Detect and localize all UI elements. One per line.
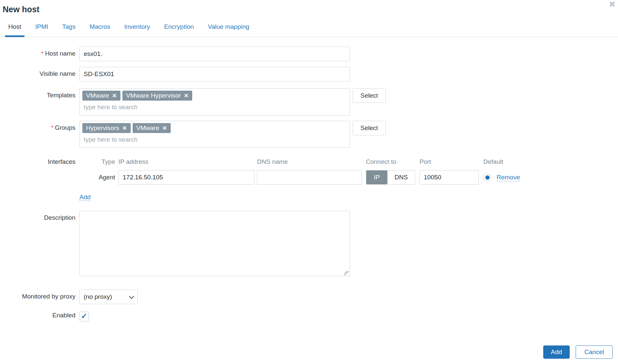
cancel-button[interactable]: Cancel	[576, 345, 613, 359]
host-name-label-text: Host name	[45, 50, 75, 57]
chip-remove-icon[interactable]: ✕	[184, 93, 189, 99]
connect-to-toggle: IP DNS	[366, 170, 415, 185]
default-interface-radio[interactable]	[483, 173, 491, 181]
visible-name-row: Visible name	[0, 67, 618, 81]
templates-select-button[interactable]: Select	[353, 88, 386, 103]
groups-label: *Groups	[0, 121, 75, 131]
interface-type-label: Agent	[79, 174, 118, 181]
chip-remove-icon[interactable]: ✕	[162, 125, 167, 131]
host-name-input[interactable]	[79, 47, 350, 61]
proxy-row: Monitored by proxy (no proxy)	[0, 290, 618, 304]
template-chip: VMware ✕	[82, 91, 120, 101]
groups-search-placeholder[interactable]: type here to search	[82, 133, 347, 145]
required-marker: *	[51, 124, 53, 131]
interface-dns-input[interactable]	[257, 170, 362, 185]
templates-search-placeholder[interactable]: type here to search	[82, 101, 347, 112]
column-header-ip: IP address	[118, 158, 254, 165]
groups-row: *Groups Hypervisors ✕ VMware ✕ type h	[0, 121, 618, 148]
description-row: Description	[0, 211, 618, 278]
group-chip-label: Hypervisors	[86, 124, 119, 132]
column-header-dns: DNS name	[257, 158, 362, 165]
chip-remove-icon[interactable]: ✕	[122, 125, 127, 131]
chip-remove-icon[interactable]: ✕	[112, 93, 117, 99]
templates-label: Templates	[0, 88, 75, 99]
column-header-connect-to: Connect to	[366, 158, 415, 165]
group-chip-label: VMware	[136, 124, 159, 132]
tab-value-mapping[interactable]: Value mapping	[204, 23, 252, 35]
interfaces-section: Interfaces Type IP address DNS name Conn…	[0, 158, 618, 185]
tab-ipmi[interactable]: IPMI	[32, 23, 52, 35]
check-icon: ✓	[81, 312, 87, 320]
interface-remove-link[interactable]: Remove	[497, 174, 520, 181]
chevron-down-icon	[129, 294, 134, 299]
group-chip: Hypervisors ✕	[82, 123, 131, 133]
monitored-by-proxy-select[interactable]: (no proxy)	[79, 290, 138, 304]
description-label: Description	[0, 211, 75, 221]
proxy-label: Monitored by proxy	[0, 290, 75, 300]
tab-inventory[interactable]: Inventory	[121, 23, 153, 35]
interface-row-agent: Agent IP DNS	[79, 170, 520, 185]
tab-tags[interactable]: Tags	[59, 23, 79, 35]
visible-name-input[interactable]	[79, 67, 350, 81]
groups-label-text: Groups	[55, 124, 75, 131]
enabled-checkbox[interactable]: ✓	[79, 312, 89, 321]
host-name-row: *Host name	[0, 47, 618, 61]
column-header-port: Port	[419, 158, 479, 165]
interfaces-label: Interfaces	[0, 158, 75, 165]
connect-to-ip-option[interactable]: IP	[366, 170, 387, 184]
group-chip: VMware ✕	[133, 123, 171, 133]
add-button[interactable]: Add	[543, 345, 570, 359]
tab-bar: Host IPMI Tags Macros Inventory Encrypti…	[0, 23, 618, 37]
tab-host[interactable]: Host	[5, 23, 24, 37]
resize-grip-icon[interactable]	[344, 271, 349, 276]
interfaces-header: Type IP address DNS name Connect to Port…	[79, 158, 520, 165]
tab-encryption[interactable]: Encryption	[161, 23, 197, 35]
templates-multiselect[interactable]: VMware ✕ VMware Hypervisor ✕ type here t…	[79, 88, 350, 115]
proxy-selected-value: (no proxy)	[84, 293, 112, 300]
host-name-label: *Host name	[0, 47, 75, 57]
column-header-default: Default	[483, 158, 503, 165]
description-textarea[interactable]	[79, 211, 350, 276]
visible-name-label: Visible name	[0, 67, 75, 77]
interface-add-row: Add	[79, 194, 618, 201]
column-header-type: Type	[79, 158, 118, 165]
dialog-footer: Add Cancel	[543, 345, 613, 359]
dialog-title: New host	[0, 0, 618, 14]
close-icon[interactable]: ✖	[609, 1, 615, 8]
template-chip: VMware Hypervisor ✕	[122, 91, 192, 101]
template-chip-label: VMware Hypervisor	[126, 92, 181, 99]
new-host-dialog: ✖ New host Host IPMI Tags Macros Invento…	[0, 0, 618, 364]
connect-to-dns-option[interactable]: DNS	[387, 170, 415, 184]
template-chip-label: VMware	[86, 92, 109, 99]
templates-row: Templates VMware ✕ VMware Hypervisor ✕ t…	[0, 88, 618, 115]
tab-macros[interactable]: Macros	[86, 23, 113, 35]
interface-port-input[interactable]	[419, 170, 479, 185]
groups-select-button[interactable]: Select	[353, 121, 386, 135]
enabled-row: Enabled ✓	[0, 312, 618, 321]
radio-selected-dot	[485, 175, 490, 180]
host-form: *Host name Visible name Templates VMware	[0, 47, 618, 321]
groups-multiselect[interactable]: Hypervisors ✕ VMware ✕ type here to sear…	[79, 121, 350, 148]
required-marker: *	[41, 50, 44, 57]
interface-ip-input[interactable]	[118, 170, 254, 185]
enabled-label: Enabled	[0, 312, 75, 319]
interface-add-link[interactable]: Add	[79, 194, 91, 201]
